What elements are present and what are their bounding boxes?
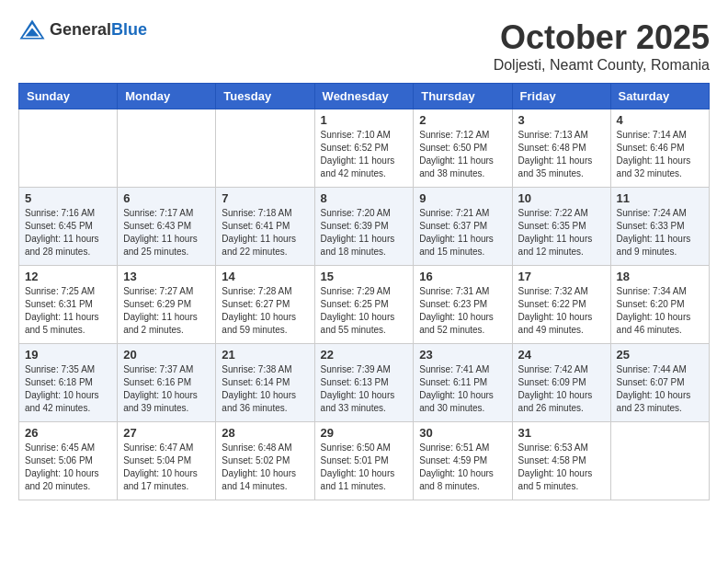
calendar-week-3: 12Sunrise: 7:25 AMSunset: 6:31 PMDayligh…	[19, 266, 710, 344]
day-info: Sunrise: 7:17 AMSunset: 6:43 PMDaylight:…	[123, 207, 210, 259]
calendar-day-30: 30Sunrise: 6:51 AMSunset: 4:59 PMDayligh…	[414, 422, 512, 500]
day-number: 19	[25, 348, 111, 362]
day-number: 1	[321, 113, 408, 127]
day-number: 27	[123, 426, 210, 440]
day-info: Sunrise: 7:16 AMSunset: 6:45 PMDaylight:…	[25, 207, 111, 259]
empty-cell	[118, 109, 216, 188]
calendar-day-6: 6Sunrise: 7:17 AMSunset: 6:43 PMDaylight…	[118, 188, 216, 266]
day-info: Sunrise: 7:12 AMSunset: 6:50 PMDaylight:…	[419, 129, 506, 180]
day-info: Sunrise: 7:29 AMSunset: 6:25 PMDaylight:…	[321, 285, 408, 337]
calendar-day-16: 16Sunrise: 7:31 AMSunset: 6:23 PMDayligh…	[414, 266, 512, 344]
day-number: 16	[419, 270, 506, 283]
header-monday: Monday	[118, 84, 216, 109]
calendar-day-28: 28Sunrise: 6:48 AMSunset: 5:02 PMDayligh…	[216, 422, 314, 500]
day-number: 13	[123, 270, 210, 283]
day-info: Sunrise: 7:42 AMSunset: 6:09 PMDaylight:…	[518, 363, 605, 415]
calendar-day-10: 10Sunrise: 7:22 AMSunset: 6:35 PMDayligh…	[512, 188, 610, 266]
calendar-day-4: 4Sunrise: 7:14 AMSunset: 6:46 PMDaylight…	[610, 109, 709, 188]
day-info: Sunrise: 7:35 AMSunset: 6:18 PMDaylight:…	[25, 363, 111, 415]
day-info: Sunrise: 7:28 AMSunset: 6:27 PMDaylight:…	[222, 285, 308, 337]
calendar-day-11: 11Sunrise: 7:24 AMSunset: 6:33 PMDayligh…	[610, 188, 709, 266]
logo: GeneralBlue	[18, 18, 147, 40]
day-number: 22	[321, 348, 408, 362]
day-info: Sunrise: 6:50 AMSunset: 5:01 PMDaylight:…	[321, 442, 408, 493]
day-number: 18	[617, 270, 703, 283]
calendar-day-15: 15Sunrise: 7:29 AMSunset: 6:25 PMDayligh…	[314, 266, 414, 344]
location-title: Doljesti, Neamt County, Romania	[494, 57, 710, 74]
day-info: Sunrise: 7:44 AMSunset: 6:07 PMDaylight:…	[617, 363, 703, 415]
day-number: 7	[222, 191, 308, 205]
logo-icon	[18, 18, 46, 40]
calendar-day-20: 20Sunrise: 7:37 AMSunset: 6:16 PMDayligh…	[118, 344, 216, 422]
day-info: Sunrise: 6:48 AMSunset: 5:02 PMDaylight:…	[222, 442, 308, 493]
calendar-week-1: 1Sunrise: 7:10 AMSunset: 6:52 PMDaylight…	[19, 109, 710, 188]
calendar-week-4: 19Sunrise: 7:35 AMSunset: 6:18 PMDayligh…	[19, 344, 710, 422]
day-number: 5	[25, 191, 111, 205]
day-info: Sunrise: 7:24 AMSunset: 6:33 PMDaylight:…	[617, 207, 703, 259]
calendar-day-25: 25Sunrise: 7:44 AMSunset: 6:07 PMDayligh…	[610, 344, 709, 422]
calendar-day-1: 1Sunrise: 7:10 AMSunset: 6:52 PMDaylight…	[314, 109, 414, 188]
calendar-week-2: 5Sunrise: 7:16 AMSunset: 6:45 PMDaylight…	[19, 188, 710, 266]
day-number: 10	[518, 191, 605, 205]
day-info: Sunrise: 7:27 AMSunset: 6:29 PMDaylight:…	[123, 285, 210, 337]
calendar-day-7: 7Sunrise: 7:18 AMSunset: 6:41 PMDaylight…	[216, 188, 314, 266]
day-info: Sunrise: 7:13 AMSunset: 6:48 PMDaylight:…	[518, 129, 605, 180]
calendar-day-5: 5Sunrise: 7:16 AMSunset: 6:45 PMDaylight…	[19, 188, 118, 266]
calendar-day-9: 9Sunrise: 7:21 AMSunset: 6:37 PMDaylight…	[414, 188, 512, 266]
day-number: 15	[321, 270, 408, 283]
calendar-day-2: 2Sunrise: 7:12 AMSunset: 6:50 PMDaylight…	[414, 109, 512, 188]
header-thursday: Thursday	[414, 84, 512, 109]
header-wednesday: Wednesday	[314, 84, 414, 109]
day-info: Sunrise: 6:53 AMSunset: 4:58 PMDaylight:…	[518, 442, 605, 493]
logo-general: General	[50, 20, 111, 39]
calendar-day-23: 23Sunrise: 7:41 AMSunset: 6:11 PMDayligh…	[414, 344, 512, 422]
calendar-day-3: 3Sunrise: 7:13 AMSunset: 6:48 PMDaylight…	[512, 109, 610, 188]
header-tuesday: Tuesday	[216, 84, 314, 109]
day-info: Sunrise: 6:45 AMSunset: 5:06 PMDaylight:…	[25, 442, 111, 493]
day-number: 8	[321, 191, 408, 205]
day-info: Sunrise: 7:10 AMSunset: 6:52 PMDaylight:…	[321, 129, 408, 180]
calendar-day-27: 27Sunrise: 6:47 AMSunset: 5:04 PMDayligh…	[118, 422, 216, 500]
calendar-day-13: 13Sunrise: 7:27 AMSunset: 6:29 PMDayligh…	[118, 266, 216, 344]
day-number: 2	[419, 113, 506, 127]
day-number: 20	[123, 348, 210, 362]
day-info: Sunrise: 7:18 AMSunset: 6:41 PMDaylight:…	[222, 207, 308, 259]
calendar-header-row: SundayMondayTuesdayWednesdayThursdayFrid…	[19, 84, 710, 109]
day-number: 31	[518, 426, 605, 440]
day-number: 12	[25, 270, 111, 283]
day-info: Sunrise: 7:38 AMSunset: 6:14 PMDaylight:…	[222, 363, 308, 415]
day-number: 30	[419, 426, 506, 440]
calendar-day-14: 14Sunrise: 7:28 AMSunset: 6:27 PMDayligh…	[216, 266, 314, 344]
day-number: 4	[617, 113, 703, 127]
day-number: 21	[222, 348, 308, 362]
day-number: 29	[321, 426, 408, 440]
calendar-week-5: 26Sunrise: 6:45 AMSunset: 5:06 PMDayligh…	[19, 422, 710, 500]
calendar-day-29: 29Sunrise: 6:50 AMSunset: 5:01 PMDayligh…	[314, 422, 414, 500]
month-title: October 2025	[494, 18, 710, 57]
day-number: 23	[419, 348, 506, 362]
day-number: 3	[518, 113, 605, 127]
day-number: 11	[617, 191, 703, 205]
empty-cell	[610, 422, 709, 500]
header-saturday: Saturday	[610, 84, 709, 109]
calendar-day-24: 24Sunrise: 7:42 AMSunset: 6:09 PMDayligh…	[512, 344, 610, 422]
day-info: Sunrise: 6:47 AMSunset: 5:04 PMDaylight:…	[123, 442, 210, 493]
calendar-day-22: 22Sunrise: 7:39 AMSunset: 6:13 PMDayligh…	[314, 344, 414, 422]
day-number: 24	[518, 348, 605, 362]
day-info: Sunrise: 7:32 AMSunset: 6:22 PMDaylight:…	[518, 285, 605, 337]
day-number: 17	[518, 270, 605, 283]
page-header: GeneralBlue October 2025 Doljesti, Neamt…	[18, 18, 710, 74]
day-info: Sunrise: 7:20 AMSunset: 6:39 PMDaylight:…	[321, 207, 408, 259]
day-info: Sunrise: 7:22 AMSunset: 6:35 PMDaylight:…	[518, 207, 605, 259]
day-info: Sunrise: 7:14 AMSunset: 6:46 PMDaylight:…	[617, 129, 703, 180]
calendar-day-21: 21Sunrise: 7:38 AMSunset: 6:14 PMDayligh…	[216, 344, 314, 422]
calendar-day-12: 12Sunrise: 7:25 AMSunset: 6:31 PMDayligh…	[19, 266, 118, 344]
logo-blue: Blue	[111, 20, 147, 39]
day-info: Sunrise: 7:21 AMSunset: 6:37 PMDaylight:…	[419, 207, 506, 259]
day-info: Sunrise: 7:25 AMSunset: 6:31 PMDaylight:…	[25, 285, 111, 337]
title-block: October 2025 Doljesti, Neamt County, Rom…	[494, 18, 710, 74]
day-info: Sunrise: 7:39 AMSunset: 6:13 PMDaylight:…	[321, 363, 408, 415]
header-sunday: Sunday	[19, 84, 118, 109]
calendar-day-26: 26Sunrise: 6:45 AMSunset: 5:06 PMDayligh…	[19, 422, 118, 500]
calendar-table: SundayMondayTuesdayWednesdayThursdayFrid…	[18, 83, 710, 500]
